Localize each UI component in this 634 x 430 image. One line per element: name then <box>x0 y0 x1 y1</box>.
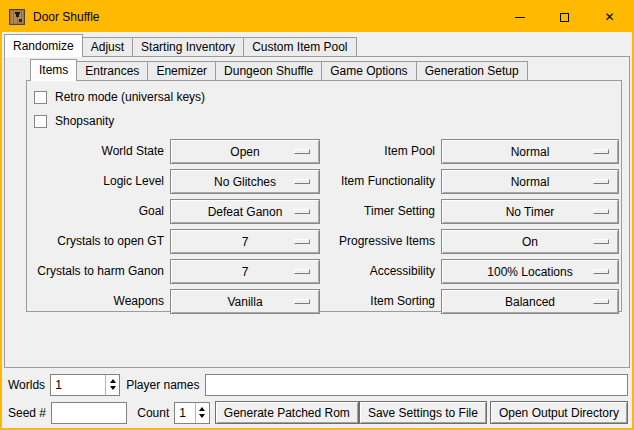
count-label: Count <box>137 406 169 420</box>
player-names-field-wrap <box>205 374 629 396</box>
item-pool-dropdown[interactable]: Normal <box>441 139 619 164</box>
retro-mode-checkbox-row: Retro mode (universal keys) <box>34 89 621 105</box>
worlds-label: Worlds <box>8 378 45 392</box>
timer-setting-value: No Timer <box>506 205 555 219</box>
dropdown-indicator-icon <box>294 239 310 244</box>
weapons-value: Vanilla <box>227 295 262 309</box>
close-button[interactable]: ✕ <box>587 2 632 32</box>
logic-level-label: Logic Level <box>31 169 164 194</box>
timer-setting-dropdown[interactable]: No Timer <box>441 199 619 224</box>
tab-dungeon-shuffle[interactable]: Dungeon Shuffle <box>215 61 322 80</box>
main-tab-bar: Randomize Adjust Starting Inventory Cust… <box>4 32 632 56</box>
seed-input[interactable] <box>52 403 126 423</box>
item-pool-value: Normal <box>511 145 550 159</box>
bottom-bar: Worlds 1 Player names Seed # Count 1 <box>2 368 632 428</box>
item-sorting-dropdown[interactable]: Balanced <box>441 289 619 314</box>
timer-setting-label: Timer Setting <box>326 199 435 224</box>
dropdown-indicator-icon <box>593 209 609 214</box>
count-spinbox[interactable]: 1 <box>174 402 210 424</box>
shopsanity-checkbox[interactable] <box>34 115 47 128</box>
item-functionality-dropdown[interactable]: Normal <box>441 169 619 194</box>
shopsanity-label: Shopsanity <box>55 114 114 128</box>
tab-randomize[interactable]: Randomize <box>4 34 83 57</box>
item-sorting-label: Item Sorting <box>326 289 435 314</box>
accessibility-label: Accessibility <box>326 259 435 284</box>
tab-generation-setup[interactable]: Generation Setup <box>416 61 528 80</box>
options-grid: World State Open Item Pool Normal Logic … <box>31 139 621 314</box>
retro-mode-checkbox[interactable] <box>34 91 47 104</box>
seed-field-wrap <box>51 402 127 424</box>
door-icon <box>9 9 25 25</box>
item-pool-label: Item Pool <box>326 139 435 164</box>
items-panel: Retro mode (universal keys) Shopsanity W… <box>26 80 622 312</box>
tab-game-options[interactable]: Game Options <box>321 61 416 80</box>
goal-dropdown[interactable]: Defeat Ganon <box>170 199 320 224</box>
dropdown-indicator-icon <box>294 299 310 304</box>
crystals-ganon-label: Crystals to harm Ganon <box>31 259 164 284</box>
dropdown-indicator-icon <box>593 149 609 154</box>
worlds-spin-arrows[interactable] <box>105 375 119 395</box>
accessibility-value: 100% Locations <box>487 265 572 279</box>
title-bar: Door Shuffle ✕ <box>2 2 632 32</box>
progressive-items-value: On <box>522 235 538 249</box>
crystals-gt-label: Crystals to open GT <box>31 229 164 254</box>
world-state-label: World State <box>31 139 164 164</box>
progressive-items-label: Progressive Items <box>326 229 435 254</box>
spin-up-icon <box>110 379 116 383</box>
logic-level-dropdown[interactable]: No Glitches <box>170 169 320 194</box>
logic-level-value: No Glitches <box>214 175 276 189</box>
maximize-button[interactable] <box>542 2 587 32</box>
tab-enemizer[interactable]: Enemizer <box>147 61 216 80</box>
worlds-row: Worlds 1 Player names <box>8 373 628 396</box>
count-spin-arrows[interactable] <box>195 403 209 423</box>
maximize-icon <box>560 13 569 22</box>
goal-value: Defeat Ganon <box>208 205 283 219</box>
weapons-dropdown[interactable]: Vanilla <box>170 289 320 314</box>
progressive-items-dropdown[interactable]: On <box>441 229 619 254</box>
generate-patched-rom-button[interactable]: Generate Patched Rom <box>215 401 359 424</box>
minimize-icon <box>515 17 525 18</box>
dropdown-indicator-icon <box>593 179 609 184</box>
accessibility-dropdown[interactable]: 100% Locations <box>441 259 619 284</box>
item-functionality-label: Item Functionality <box>326 169 435 194</box>
randomize-panel: Items Entrances Enemizer Dungeon Shuffle… <box>4 56 630 368</box>
shopsanity-checkbox-row: Shopsanity <box>34 113 621 129</box>
spin-down-icon <box>110 386 116 390</box>
seed-row: Seed # Count 1 Generate Patched Rom Save… <box>8 401 628 424</box>
sub-tab-bar: Items Entrances Enemizer Dungeon Shuffle… <box>30 57 629 80</box>
dropdown-indicator-icon <box>593 239 609 244</box>
world-state-dropdown[interactable]: Open <box>170 139 320 164</box>
app-window: Door Shuffle ✕ Randomize Adjust Starting… <box>0 0 634 430</box>
save-settings-button[interactable]: Save Settings to File <box>359 401 487 424</box>
tab-custom-item-pool[interactable]: Custom Item Pool <box>243 37 356 56</box>
crystals-ganon-dropdown[interactable]: 7 <box>170 259 320 284</box>
tab-adjust[interactable]: Adjust <box>82 37 133 56</box>
spin-up-icon <box>199 407 205 411</box>
open-output-directory-button[interactable]: Open Output Directory <box>490 401 628 424</box>
dropdown-indicator-icon <box>593 269 609 274</box>
weapons-label: Weapons <box>31 289 164 314</box>
tab-items[interactable]: Items <box>30 59 77 81</box>
crystals-gt-value: 7 <box>242 235 249 249</box>
close-icon: ✕ <box>604 11 614 23</box>
dropdown-indicator-icon <box>294 209 310 214</box>
goal-label: Goal <box>31 199 164 224</box>
item-functionality-value: Normal <box>511 175 550 189</box>
dropdown-indicator-icon <box>294 149 310 154</box>
window-controls: ✕ <box>497 2 632 32</box>
seed-label: Seed # <box>8 406 46 420</box>
minimize-button[interactable] <box>497 2 542 32</box>
tab-entrances[interactable]: Entrances <box>76 61 148 80</box>
spin-down-icon <box>199 414 205 418</box>
dropdown-indicator-icon <box>593 299 609 304</box>
item-sorting-value: Balanced <box>505 295 555 309</box>
worlds-spinbox[interactable]: 1 <box>50 374 120 396</box>
dropdown-indicator-icon <box>294 269 310 274</box>
tab-starting-inventory[interactable]: Starting Inventory <box>132 37 244 56</box>
crystals-gt-dropdown[interactable]: 7 <box>170 229 320 254</box>
worlds-value: 1 <box>55 378 105 392</box>
player-names-input[interactable] <box>206 375 628 395</box>
count-value: 1 <box>179 406 195 420</box>
world-state-value: Open <box>230 145 259 159</box>
window-title: Door Shuffle <box>33 10 100 24</box>
